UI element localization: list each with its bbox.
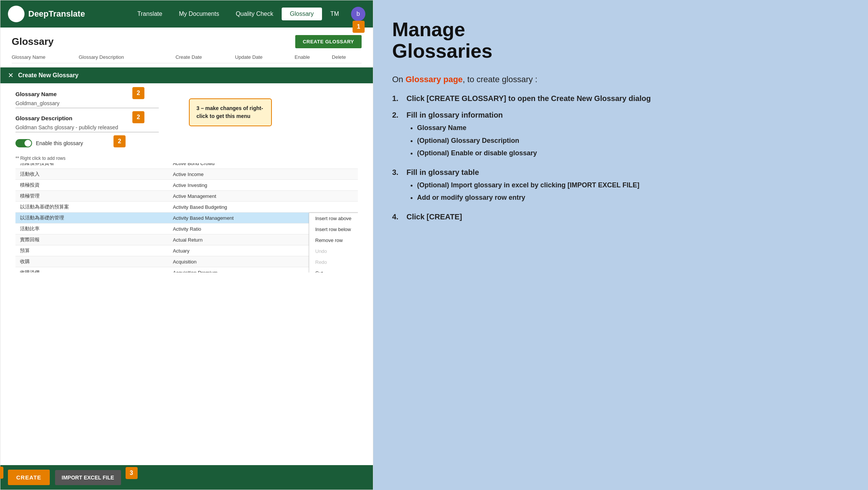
app-logo: 🏛 DeepTranslate [8, 6, 85, 22]
enable-toggle[interactable] [15, 139, 32, 147]
sub-item: (Optional) Glossary Description [417, 136, 537, 145]
cell-chinese[interactable]: 實際回報 [15, 234, 168, 245]
nav-links: Translate My Documents Quality Check Glo… [129, 8, 347, 20]
glossary-page-title: Glossary [12, 36, 54, 47]
nav-translate[interactable]: Translate [129, 8, 170, 20]
nav-glossary[interactable]: Glossary [282, 8, 322, 20]
col-delete: Delete [332, 54, 362, 60]
create-glossary-wrapper: CREATE GLOSSARY 1 [295, 35, 362, 48]
subtitle-plain: On [392, 75, 405, 84]
cell-english[interactable]: Active Management [168, 191, 358, 202]
step-item-2: 2.Fill in glossary informationGlossary N… [392, 110, 849, 161]
create-glossary-button[interactable]: CREATE GLOSSARY [295, 35, 362, 48]
annotation-badge-2c: 2 [113, 135, 126, 147]
table-row[interactable]: 活動比率Activity Ratio [15, 224, 358, 234]
create-button[interactable]: CREATE [8, 470, 50, 485]
cell-chinese[interactable]: 以活動為基礎的管理 [15, 213, 168, 224]
right-panel-title: ManageGlossaries [392, 19, 849, 62]
cell-chinese[interactable]: 活動收入 [15, 169, 168, 180]
table-row[interactable]: 實際回報Actual Return [15, 234, 358, 245]
cell-english[interactable]: Active Bond Crowd [168, 163, 358, 169]
annotation-badge-2b: 2 [132, 111, 144, 123]
table-row[interactable]: 積極投資Active Investing [15, 180, 358, 191]
dialog-bar: ✕ Create New Glossary [0, 67, 373, 83]
form-name-row: 2 Glossary Name [15, 91, 178, 108]
context-menu: Insert row aboveInsert row belowRemove r… [309, 213, 358, 273]
cell-chinese[interactable]: 以活動為基礎的預算案 [15, 202, 168, 213]
col-desc: Glossary Description [79, 54, 176, 60]
table-row[interactable]: 以活動為基礎的預算案Activity Based Budgeting [15, 202, 358, 213]
glossary-data-table: 中文 English 加快折舊Accelerated Depreciation意… [15, 163, 358, 273]
cell-chinese[interactable]: 活動比率 [15, 224, 168, 234]
cell-english[interactable]: Active Income [168, 169, 358, 180]
table-row[interactable]: 預算Actuary [15, 245, 358, 256]
cell-english[interactable]: Activity Based Budgeting [168, 202, 358, 213]
step-num: 1. [392, 93, 403, 104]
cell-chinese[interactable]: 收購溢價 [15, 267, 168, 273]
dialog-close-button[interactable]: ✕ [8, 71, 14, 80]
nav-tm[interactable]: TM [322, 8, 347, 20]
cell-english[interactable]: Active Investing [168, 180, 358, 191]
context-menu-item[interactable]: Remove row [309, 235, 358, 246]
toggle-label: Enable this glossary [36, 140, 83, 146]
subtitle-rest: , to create glossary : [463, 75, 537, 84]
context-menu-item[interactable]: Cut [309, 268, 358, 273]
right-click-note: ** Right click to add rows [15, 156, 358, 161]
step-text: Fill in glossary informationGlossary Nam… [406, 110, 537, 161]
step-text: Fill in glossary table(Optional) Import … [406, 167, 639, 205]
subtitle-highlight: Glossary page [405, 75, 463, 84]
sub-item: Glossary Name [417, 123, 537, 133]
table-scroll-area[interactable]: 中文 English 加快折舊Accelerated Depreciation意… [15, 163, 358, 273]
right-subtitle: On Glossary page, to create glossary : [392, 73, 849, 86]
context-menu-item: Undo [309, 246, 358, 257]
context-menu-item[interactable]: Insert row above [309, 213, 358, 224]
table-row[interactable]: 活動收入Active Income [15, 169, 358, 180]
col-name: Glossary Name [12, 54, 79, 60]
table-row[interactable]: 積極管理Active Management [15, 191, 358, 202]
create-btn-wrapper: 4 CREATE [8, 470, 50, 485]
col-enable: Enable [294, 54, 332, 60]
nav-bar: 🏛 DeepTranslate Translate My Documents Q… [0, 0, 373, 28]
cell-chinese[interactable]: 活躍債券投資者 [15, 163, 168, 169]
dialog-content: 2 Glossary Name 2 Glossary Description 2… [0, 83, 373, 465]
sub-item: (Optional) Import glossary in excel by c… [417, 181, 639, 190]
nav-my-documents[interactable]: My Documents [170, 8, 227, 20]
cell-chinese[interactable]: 預算 [15, 245, 168, 256]
table-row[interactable]: 收購溢價Acquisition Premium [15, 267, 358, 273]
step-num: 4. [392, 211, 403, 222]
cell-english[interactable]: Activity Based ManagementInsert row abov… [168, 213, 358, 224]
col-create-date: Create Date [175, 54, 235, 60]
logo-icon: 🏛 [8, 6, 25, 22]
step-text: Click [CREATE] [406, 211, 462, 222]
table-row[interactable]: 以活動為基礎的管理Activity Based ManagementInsert… [15, 213, 358, 224]
annotation-badge-4: 4 [0, 467, 3, 479]
context-menu-item[interactable]: Insert row below [309, 224, 358, 235]
step-num: 2. [392, 110, 403, 161]
left-panel: 🏛 DeepTranslate Translate My Documents Q… [0, 0, 373, 490]
context-menu-item: Redo [309, 257, 358, 268]
form-desc-row: 2 Glossary Description [15, 115, 178, 132]
cell-chinese[interactable]: 收購 [15, 256, 168, 267]
avatar: b [351, 7, 365, 21]
step-text: Click [CREATE GLOSSARY] to open the Crea… [406, 93, 651, 104]
step-item-4: 4.Click [CREATE] [392, 211, 849, 222]
steps-list: 1.Click [CREATE GLOSSARY] to open the Cr… [392, 93, 849, 222]
import-excel-button[interactable]: IMPORT EXCEL FILE [55, 470, 121, 485]
nav-quality-check[interactable]: Quality Check [227, 8, 282, 20]
cell-chinese[interactable]: 積極投資 [15, 180, 168, 191]
dialog-title: Create New Glossary [18, 72, 78, 79]
name-input[interactable] [15, 99, 159, 108]
bottom-bar: 4 CREATE 3 IMPORT EXCEL FILE [0, 465, 373, 490]
table-row[interactable]: 活躍債券投資者Active Bond Crowd [15, 163, 358, 169]
toggle-row: 2 Enable this glossary [15, 139, 178, 147]
desc-label: Glossary Description [15, 115, 178, 121]
table-row[interactable]: 收購Acquisition [15, 256, 358, 267]
desc-input[interactable] [15, 123, 159, 132]
cell-chinese[interactable]: 積極管理 [15, 191, 168, 202]
annotation-badge-1: 1 [353, 21, 365, 33]
right-panel: ManageGlossaries On Glossary page, to cr… [373, 0, 868, 490]
sub-item: (Optional) Enable or disable glossary [417, 149, 537, 158]
callout-box-3: 3 – make changes of right-click to get t… [189, 98, 272, 126]
glossary-table-header: Glossary Name Glossary Description Creat… [12, 54, 362, 63]
annotation-badge-2a: 2 [132, 87, 144, 99]
